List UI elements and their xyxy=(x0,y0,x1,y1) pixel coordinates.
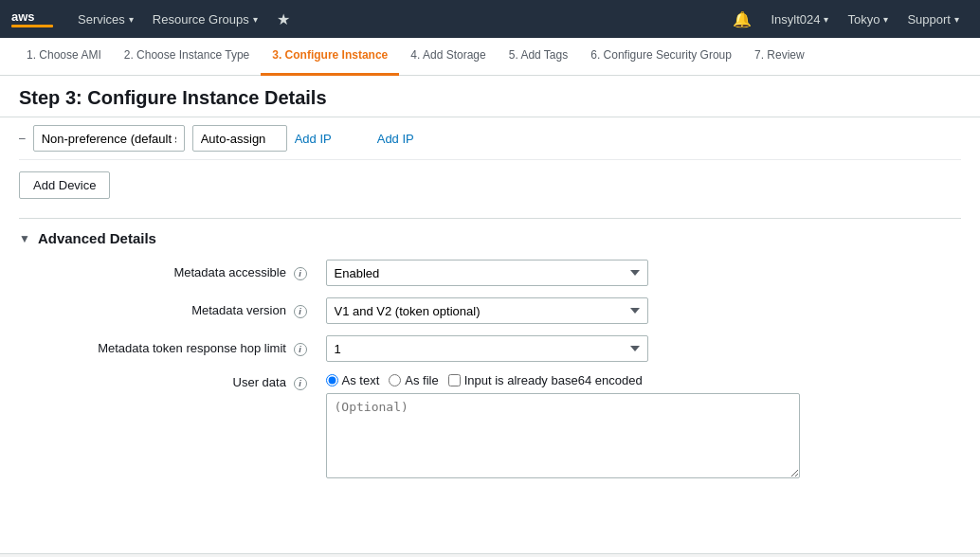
as-file-option[interactable]: As file xyxy=(389,373,438,387)
step-7[interactable]: 7. Review xyxy=(743,38,816,76)
resource-groups-caret: ▾ xyxy=(253,14,258,25)
metadata-accessible-row: Metadata accessible i Enabled Disabled xyxy=(19,254,961,292)
step-navigation: 1. Choose AMI 2. Choose Instance Type 3.… xyxy=(0,38,980,76)
region-caret: ▾ xyxy=(883,14,888,25)
services-caret: ▾ xyxy=(129,14,134,25)
user-data-row: User data i As text As file xyxy=(19,368,961,487)
as-text-option[interactable]: As text xyxy=(326,373,380,387)
page-title-bar: Step 3: Configure Instance Details xyxy=(0,76,980,117)
as-file-radio[interactable] xyxy=(389,374,401,386)
row-index: – xyxy=(19,132,26,145)
metadata-version-row: Metadata version i V1 and V2 (token opti… xyxy=(19,292,961,330)
base64-option[interactable]: Input is already base64 encoded xyxy=(448,373,643,387)
add-device-button[interactable]: Add Device xyxy=(19,171,110,199)
advanced-details-form: Metadata accessible i Enabled Disabled M… xyxy=(19,254,961,487)
top-navigation: aws Services ▾ Resource Groups ▾ ★ 🔔 Ins… xyxy=(0,0,980,38)
resource-groups-nav[interactable]: Resource Groups ▾ xyxy=(143,0,267,38)
step-1[interactable]: 1. Choose AMI xyxy=(15,38,113,76)
network-row: – Add IP Add IP xyxy=(19,117,961,160)
add-ip-link-1[interactable]: Add IP xyxy=(295,132,332,146)
subnet-input[interactable] xyxy=(33,125,185,152)
nav-right-group: 🔔 Insylt024 ▾ Tokyo ▾ Support ▾ xyxy=(723,0,969,38)
svg-rect-1 xyxy=(11,25,53,27)
metadata-hop-limit-row: Metadata token response hop limit i 1 2 … xyxy=(19,330,961,368)
base64-checkbox[interactable] xyxy=(448,374,461,386)
add-ip-link-2[interactable]: Add IP xyxy=(377,132,414,146)
footer-actions: Cancel Previous Review and Launch Next: … xyxy=(0,553,980,557)
advanced-details-section: ▼ Advanced Details Metadata accessible i… xyxy=(19,218,961,487)
page-title: Step 3: Configure Instance Details xyxy=(19,87,961,109)
collapse-arrow-icon: ▼ xyxy=(19,232,30,245)
notifications-icon[interactable]: 🔔 xyxy=(723,10,761,28)
advanced-details-toggle[interactable]: ▼ Advanced Details xyxy=(19,219,961,254)
metadata-version-select[interactable]: V1 and V2 (token optional) V2 only (toke… xyxy=(326,297,648,324)
step-3[interactable]: 3. Configure Instance xyxy=(261,38,399,76)
step-2[interactable]: 2. Choose Instance Type xyxy=(113,38,262,76)
support-caret: ▾ xyxy=(954,14,959,25)
user-data-info-icon[interactable]: i xyxy=(294,377,307,390)
svg-text:aws: aws xyxy=(11,9,35,24)
user-caret: ▾ xyxy=(824,14,828,25)
metadata-accessible-select[interactable]: Enabled Disabled xyxy=(326,260,648,286)
user-data-options: As text As file Input is already base64 … xyxy=(326,373,953,387)
metadata-accessible-info-icon[interactable]: i xyxy=(294,267,307,280)
region-menu[interactable]: Tokyo ▾ xyxy=(838,0,898,38)
metadata-hop-limit-info-icon[interactable]: i xyxy=(294,343,307,356)
services-nav[interactable]: Services ▾ xyxy=(68,0,143,38)
user-data-textarea[interactable] xyxy=(326,393,800,478)
as-text-radio[interactable] xyxy=(326,374,338,386)
step-5[interactable]: 5. Add Tags xyxy=(498,38,580,76)
step-6[interactable]: 6. Configure Security Group xyxy=(579,38,743,76)
user-menu[interactable]: Insylt024 ▾ xyxy=(761,0,838,38)
autoassign-input[interactable] xyxy=(192,125,287,152)
aws-logo: aws xyxy=(11,6,53,32)
bookmarks-icon[interactable]: ★ xyxy=(267,10,299,28)
support-menu[interactable]: Support ▾ xyxy=(898,0,969,38)
metadata-hop-limit-select[interactable]: 1 2 3 xyxy=(326,335,648,362)
main-content: – Add IP Add IP Add Device ▼ Advanced De… xyxy=(0,117,980,553)
step-4[interactable]: 4. Add Storage xyxy=(399,38,497,76)
metadata-version-info-icon[interactable]: i xyxy=(294,305,307,318)
